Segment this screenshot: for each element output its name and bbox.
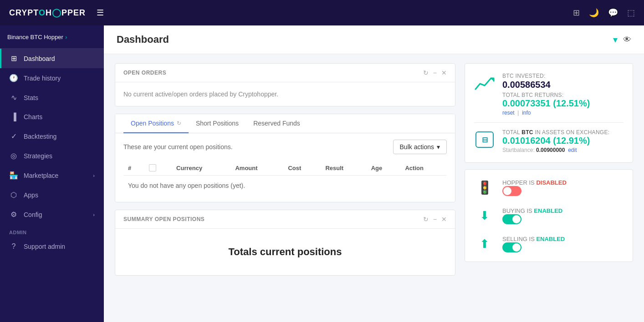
chevron-right-icon-config: › [93,212,95,217]
minimize-icon[interactable]: − [433,69,437,76]
sidebar-item-trade-history[interactable]: 🕐 Trade history [0,68,104,88]
buying-status-label: BUYING IS ENABLED [502,207,624,214]
sidebar-item-label: Trade history [24,75,61,82]
hopper-status-toggle[interactable] [502,186,521,196]
selling-status-info: SELLING IS ENABLED [502,236,624,252]
theme-toggle-icon[interactable]: 🌙 [589,8,599,18]
exchange-icon: ⊟ [475,131,494,148]
sidebar-item-label: Strategies [24,152,52,160]
sidebar-item-config[interactable]: ⚙ Config › [0,205,104,224]
sidebar-item-charts[interactable]: ▐ Charts [0,107,104,126]
logo[interactable]: CRYPTOH◯PPER [9,8,86,18]
logout-icon[interactable]: ⬚ [627,8,635,18]
stats-divider [474,122,624,123]
right-sidebar: BTC INVESTED: 0.00586534 TOTAL BTC RETUR… [465,63,633,276]
tab-short-positions[interactable]: Short Positions [189,114,246,133]
refresh-icon[interactable]: ↻ [423,69,429,76]
positions-panel: Open Positions ↻ Short Positions Reserve… [115,114,455,202]
visibility-icon[interactable]: 👁 [623,35,631,45]
hamburger-menu-icon[interactable]: ☰ [97,8,104,18]
trend-up-icon [475,75,495,92]
bulk-actions-button[interactable]: Bulk actions ▾ [393,140,447,154]
col-cost: Cost [283,161,321,176]
startbalance-row: Startbalance: 0.00900000 edit [502,147,624,153]
sidebar-item-stats[interactable]: ∿ Stats [0,88,104,107]
trend-icon-wrap [474,73,495,94]
hopper-status-info: HOPPER IS DISABLED [502,179,624,196]
btc-assets-info: TOTAL BTC IN ASSETS ON EXCHANGE: 0.01016… [502,129,624,153]
topnav: CRYPTOH◯PPER ☰ ⊞ 🌙 💬 ⬚ [0,0,644,25]
positions-empty-message: You do not have any open positions (yet)… [123,176,447,196]
btc-invested-row: BTC INVESTED: 0.00586534 TOTAL BTC RETUR… [474,73,624,116]
sidebar-item-apps[interactable]: ⬡ Apps [0,185,104,205]
sidebar-item-label: Apps [24,191,38,199]
tab-refresh-icon[interactable]: ↻ [177,120,181,126]
dashboard-icon: ⊞ [9,54,18,63]
buying-status-info: BUYING IS ENABLED [502,207,624,224]
summary-panel-body: Totals current positions [115,229,455,275]
total-btc-returns-value: 0.00073351 (12.51%) [502,98,624,109]
selling-status-toggle[interactable] [502,242,521,252]
hopper-status-label: HOPPER IS DISABLED [502,179,624,186]
btc-invested-value: 0.00586534 [502,79,624,90]
dropdown-arrow-icon: ▾ [437,143,440,151]
total-btc-returns-label: TOTAL BTC RETURNS: [502,92,624,98]
col-currency: Currency [172,161,230,176]
hopper-status-row: 🚦 HOPPER IS DISABLED [474,177,624,198]
summary-heading: Totals current positions [123,237,447,267]
positions-toolbar: These are your current open positions. B… [115,133,455,161]
backtesting-icon: ✓ [9,132,18,141]
total-btc-assets-label: TOTAL BTC IN ASSETS ON EXCHANGE: [502,129,624,136]
tab-reserved-funds[interactable]: Reserved Funds [246,114,307,133]
btc-invested-info: BTC INVESTED: 0.00586534 TOTAL BTC RETUR… [502,73,624,116]
info-link[interactable]: info [522,110,531,116]
buying-toggle-slider [502,214,521,224]
open-orders-title: OPEN ORDERS [123,70,166,76]
sidebar-item-strategies[interactable]: ◎ Strategies [0,146,104,166]
summary-panel-header: SUMMARY OPEN POSITIONS ↻ − ✕ [115,210,455,229]
selling-status-label: SELLING IS ENABLED [502,236,624,242]
selling-status-row: ⬆ SELLING IS ENABLED [474,233,624,254]
sidebar-item-dashboard[interactable]: ⊞ Dashboard [0,49,104,68]
upload-icon: ⬆ [480,237,490,251]
stats-panel: BTC INVESTED: 0.00586534 TOTAL BTC RETUR… [465,63,633,163]
hopper-toggle-slider [502,186,521,196]
open-orders-panel: OPEN ORDERS ↻ − ✕ No current active/open… [115,63,455,106]
close-icon[interactable]: ✕ [441,69,447,76]
buying-status-row: ⬇ BUYING IS ENABLED [474,205,624,226]
exchange-icon-wrap-outer: ⊟ [474,129,495,150]
config-icon: ⚙ [9,210,18,219]
charts-icon: ▐ [9,113,18,121]
summary-panel-title: SUMMARY OPEN POSITIONS [123,216,204,222]
col-number: # [123,161,144,176]
selling-toggle-slider [502,242,521,252]
summary-minimize-icon[interactable]: − [433,216,437,223]
total-btc-assets-value: 0.01016204 (12.91%) [502,136,624,146]
hopper-status-icon-wrap: 🚦 [474,177,495,198]
startbalance-value: 0.00900000 [536,147,565,153]
select-all-checkbox[interactable] [149,164,156,171]
chat-icon[interactable]: 💬 [608,8,618,18]
summary-panel: SUMMARY OPEN POSITIONS ↻ − ✕ Totals curr… [115,210,455,276]
tab-open-positions[interactable]: Open Positions ↻ [123,114,189,133]
traffic-light-icon: 🚦 [477,180,493,195]
buying-status-toggle[interactable] [502,214,521,224]
download-icon: ⬇ [480,209,490,223]
sidebar: Binance BTC Hopper › ⊞ Dashboard 🕐 Trade… [0,25,104,322]
sidebar-item-label: Marketplace [24,172,58,179]
sidebar-item-label: Config [24,211,42,218]
summary-refresh-icon[interactable]: ↻ [423,216,429,223]
sidebar-brand[interactable]: Binance BTC Hopper › [0,25,104,49]
col-action: Action [400,161,447,176]
sidebar-item-marketplace[interactable]: 🏪 Marketplace › [0,166,104,185]
edit-link[interactable]: edit [568,147,577,153]
tab-short-positions-label: Short Positions [196,120,239,127]
buying-status-icon-wrap: ⬇ [474,205,495,226]
sidebar-item-label: Dashboard [24,55,55,62]
sidebar-item-backtesting[interactable]: ✓ Backtesting [0,126,104,146]
reset-link[interactable]: reset [502,110,515,116]
strategies-icon: ◎ [9,151,18,160]
grid-icon[interactable]: ⊞ [573,8,580,18]
summary-close-icon[interactable]: ✕ [441,216,447,223]
sidebar-item-support-admin[interactable]: ? Support admin [0,237,104,256]
